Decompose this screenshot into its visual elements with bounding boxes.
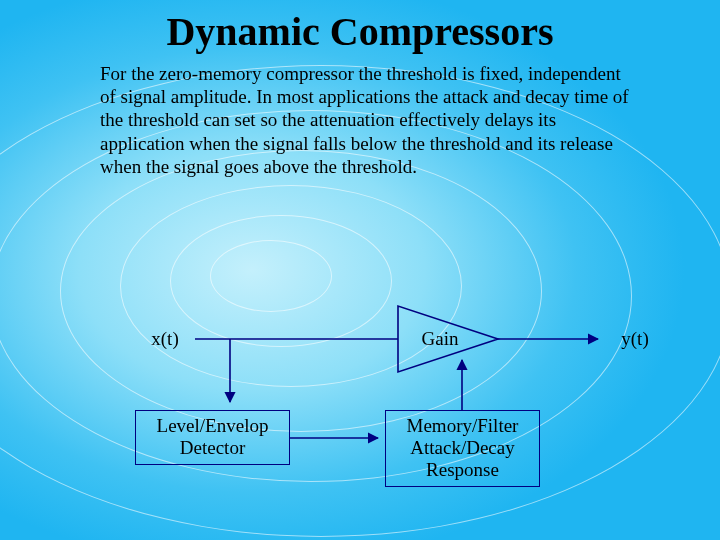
filter-line3: Response xyxy=(426,459,499,480)
slide-title: Dynamic Compressors xyxy=(0,8,720,55)
bg-ring-icon xyxy=(210,240,332,312)
input-label: x(t) xyxy=(140,328,190,350)
bg-ring-icon xyxy=(120,185,462,387)
slide: Dynamic Compressors For the zero-memory … xyxy=(0,0,720,540)
bg-ring-icon xyxy=(170,215,392,347)
detector-line1: Level/Envelop xyxy=(157,415,269,436)
body-paragraph: For the zero-memory compressor the thres… xyxy=(100,62,640,178)
gain-label: Gain xyxy=(410,328,470,350)
filter-line1: Memory/Filter xyxy=(407,415,519,436)
filter-block: Memory/Filter Attack/Decay Response xyxy=(385,410,540,487)
bg-ring-icon xyxy=(60,150,542,432)
filter-line2: Attack/Decay xyxy=(410,437,514,458)
output-label: y(t) xyxy=(610,328,660,350)
detector-block: Level/Envelop Detector xyxy=(135,410,290,465)
detector-line2: Detector xyxy=(180,437,245,458)
